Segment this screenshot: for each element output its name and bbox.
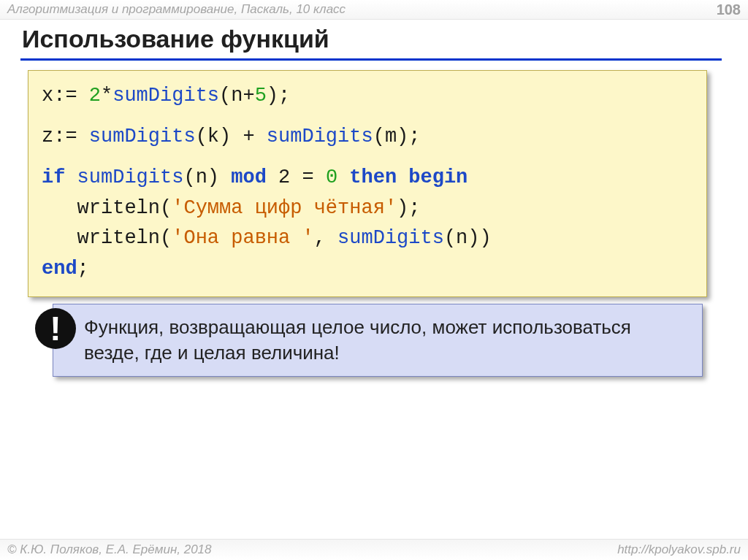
code-line-6: end; [42, 254, 693, 285]
page-title: Использование функций [22, 25, 329, 53]
header-bar: Алгоритмизация и программирование, Паска… [0, 0, 748, 20]
code-text: , [314, 227, 337, 249]
code-function: sumDigits [337, 227, 444, 249]
code-line-3: if sumDigits(n) mod 2 = 0 then begin [42, 163, 693, 193]
code-text: 2 = [267, 166, 326, 188]
code-string: 'Сумма цифр чётная' [172, 197, 397, 219]
code-text: ; [77, 258, 89, 280]
code-text: x:= [42, 85, 89, 107]
code-string: 'Она равна ' [172, 227, 313, 249]
code-text: writeln( [42, 197, 172, 219]
code-function: sumDigits [89, 126, 196, 147]
title-underline [20, 58, 722, 61]
code-block: x:= 2*sumDigits(n+5); z:= sumDigits(k) +… [28, 70, 707, 297]
exclamation-badge: ! [35, 308, 76, 349]
code-keyword: begin [408, 166, 468, 188]
code-keyword: then [349, 166, 397, 188]
code-text [397, 166, 408, 188]
code-text [65, 166, 77, 188]
slide: Алгоритмизация и программирование, Паска… [0, 0, 748, 560]
code-keyword: if [42, 166, 65, 188]
callout-text: Функция, возвращающая целое число, может… [84, 316, 631, 364]
code-line-1: x:= 2*sumDigits(n+5); [42, 81, 693, 112]
code-function: sumDigits [267, 126, 373, 147]
code-text: (n) [183, 166, 231, 188]
course-label: Алгоритмизация и программирование, Паска… [7, 2, 346, 17]
code-line-2: z:= sumDigits(k) + sumDigits(m); [42, 122, 693, 153]
footer-bar: © К.Ю. Поляков, Е.А. Ерёмин, 2018 http:/… [0, 539, 748, 560]
code-line-5: writeln('Она равна ', sumDigits(n)) [42, 223, 693, 254]
code-text: (n+ [219, 85, 255, 107]
callout-box: Функция, возвращающая целое число, может… [53, 304, 703, 377]
footer-url: http://kpolyakov.spb.ru [617, 542, 741, 557]
code-text: ); [267, 85, 290, 107]
code-text [337, 166, 349, 188]
code-text: (m); [373, 126, 421, 147]
code-number: 0 [326, 166, 337, 188]
code-text: writeln( [42, 227, 172, 249]
code-number: 2 [89, 85, 101, 107]
code-line-4: writeln('Сумма цифр чётная'); [42, 193, 693, 224]
code-keyword: mod [231, 166, 267, 188]
code-number: 5 [255, 85, 267, 107]
code-text: (n)) [444, 227, 492, 249]
code-text: (k) + [196, 126, 267, 147]
footer-author: © К.Ю. Поляков, Е.А. Ерёмин, 2018 [7, 542, 212, 557]
exclamation-icon: ! [50, 312, 61, 345]
code-function: sumDigits [77, 166, 184, 188]
code-text: z:= [42, 126, 89, 147]
code-text: * [101, 85, 112, 107]
code-keyword: end [42, 258, 77, 280]
code-function: sumDigits [112, 85, 219, 107]
page-number: 108 [717, 1, 741, 18]
code-text: ); [397, 197, 420, 219]
